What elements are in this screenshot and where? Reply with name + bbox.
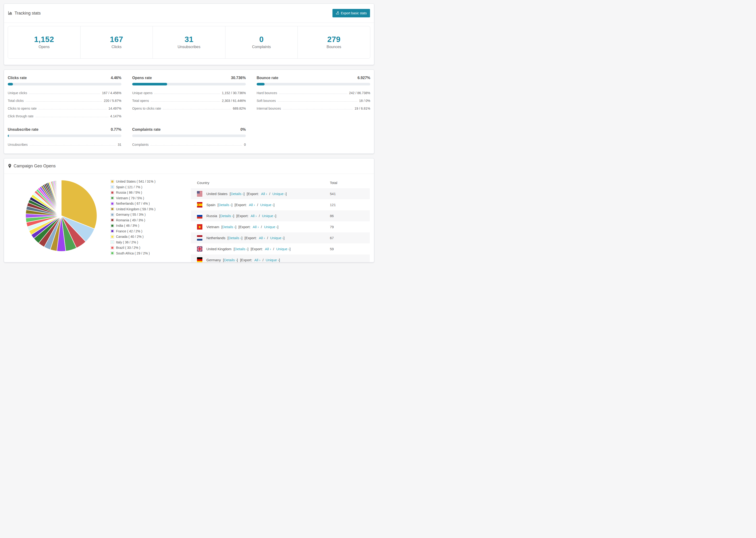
country-name: Vietnam bbox=[206, 225, 219, 229]
flag-united-states-icon bbox=[197, 191, 202, 196]
unsubscribe-rate-progressbar bbox=[8, 134, 121, 137]
legend-swatch bbox=[111, 213, 114, 216]
legend-item: United States ( 541 / 31% ) bbox=[111, 180, 155, 183]
complaints-rate-section: Complaints rate 0% Complaints0 bbox=[132, 128, 246, 146]
legend-item: Brazil ( 33 / 2% ) bbox=[111, 246, 155, 249]
export-unique-link[interactable]: Unique › bbox=[266, 258, 279, 262]
bar-chart-icon bbox=[8, 11, 13, 16]
export-unique-link[interactable]: Unique › bbox=[276, 247, 290, 251]
legend-item: United Kingdom ( 59 / 3% ) bbox=[111, 207, 155, 211]
legend-item: India ( 46 / 3% ) bbox=[111, 224, 155, 228]
unsubscribe-rate-value: 0.77% bbox=[111, 128, 121, 132]
bounces-count: 279 bbox=[298, 35, 370, 44]
legend-item: Vietnam ( 79 / 5% ) bbox=[111, 196, 155, 200]
bounce-rate-progressbar bbox=[257, 83, 370, 85]
bounce-rate-value: 6.927% bbox=[357, 76, 370, 80]
details-link[interactable]: Details › bbox=[222, 225, 235, 229]
export-all-link[interactable]: All › bbox=[250, 214, 257, 218]
country-total: 67 bbox=[330, 236, 370, 240]
details-link[interactable]: Details › bbox=[231, 192, 243, 196]
geo-pie-chart[interactable] bbox=[24, 179, 98, 253]
legend-swatch bbox=[111, 241, 114, 243]
opens-rate-value: 30.736% bbox=[231, 76, 246, 80]
stat-complaints: 0 Complaints bbox=[225, 26, 298, 58]
export-all-link[interactable]: All › bbox=[249, 203, 255, 207]
export-all-link[interactable]: All › bbox=[259, 236, 265, 240]
details-link[interactable]: Details › bbox=[219, 203, 232, 207]
legend-swatch bbox=[111, 235, 114, 238]
legend-swatch bbox=[111, 180, 114, 183]
export-unique-link[interactable]: Unique › bbox=[270, 236, 284, 240]
stat-opens: 1,152 Opens bbox=[8, 26, 81, 58]
legend-swatch bbox=[111, 252, 114, 255]
export-unique-link[interactable]: Unique › bbox=[262, 214, 275, 218]
flag-vietnam-icon bbox=[197, 224, 202, 230]
export-unique-link[interactable]: Unique › bbox=[260, 203, 274, 207]
tracking-stats-card: Tracking stats Export basic stats 1,152 … bbox=[4, 4, 374, 65]
table-row-united-kingdom: United Kingdom [Details ›] [Export: All … bbox=[191, 243, 370, 254]
country-total: 86 bbox=[330, 214, 370, 218]
complaints-rate-progressbar bbox=[132, 134, 246, 137]
legend-swatch bbox=[111, 230, 114, 233]
export-all-link[interactable]: All › bbox=[253, 225, 259, 229]
legend-swatch bbox=[111, 202, 114, 205]
column-header-total: Total bbox=[330, 181, 370, 185]
legend-item: Germany ( 55 / 3% ) bbox=[111, 213, 155, 216]
legend-swatch bbox=[111, 246, 114, 249]
country-name: Russia bbox=[206, 214, 217, 218]
export-all-link[interactable]: All › bbox=[265, 247, 271, 251]
country-total: 121 bbox=[330, 203, 370, 207]
clicks-rate-value: 4.46% bbox=[111, 76, 121, 80]
details-link[interactable]: Details › bbox=[224, 258, 237, 262]
clicks-rate-section: Clicks rate 4.46% Unique clicks167 / 4.4… bbox=[8, 76, 121, 118]
details-link[interactable]: Details › bbox=[229, 236, 242, 240]
geo-opens-card: Campaign Geo Opens United States ( 541 /… bbox=[4, 158, 374, 262]
country-total: 79 bbox=[330, 225, 370, 229]
export-all-link[interactable]: All › bbox=[261, 192, 267, 196]
rates-card: Clicks rate 4.46% Unique clicks167 / 4.4… bbox=[4, 70, 374, 154]
legend-item: France ( 42 / 2% ) bbox=[111, 229, 155, 233]
complaints-rate-value: 0% bbox=[241, 128, 246, 132]
column-header-country: Country bbox=[197, 181, 330, 185]
stat-clicks: 167 Clicks bbox=[81, 26, 153, 58]
country-name: Germany bbox=[206, 258, 221, 262]
clicks-rate-progressbar bbox=[8, 83, 121, 85]
legend-swatch bbox=[111, 196, 114, 199]
country-name: Netherlands bbox=[206, 236, 225, 240]
complaints-count: 0 bbox=[225, 35, 298, 44]
summary-stats-row: 1,152 Opens 167 Clicks 31 Unsubscribes 0… bbox=[8, 26, 370, 59]
details-link[interactable]: Details › bbox=[220, 214, 233, 218]
table-row-germany: Germany [Details ›] [Export: All › / Uni… bbox=[191, 254, 370, 262]
stat-bounces: 279 Bounces bbox=[298, 26, 370, 58]
legend-item: South Africa ( 29 / 2% ) bbox=[111, 251, 155, 255]
flag-russia-icon bbox=[197, 213, 202, 219]
export-basic-stats-button[interactable]: Export basic stats bbox=[333, 9, 370, 17]
flag-spain-icon bbox=[197, 202, 202, 207]
country-name: Spain bbox=[206, 203, 215, 207]
country-total: 541 bbox=[330, 192, 370, 196]
page-title: Tracking stats bbox=[15, 11, 41, 16]
geo-opens-header: Campaign Geo Opens bbox=[4, 158, 374, 174]
table-row-spain: Spain [Details ›] [Export: All › / Uniqu… bbox=[191, 199, 370, 210]
opens-rate-section: Opens rate 30.736% Unique opens1,152 / 3… bbox=[132, 76, 246, 118]
map-pin-icon bbox=[8, 164, 12, 168]
geo-country-table: Country Total United States [Details ›] … bbox=[191, 177, 370, 262]
tracking-stats-title: Tracking stats bbox=[8, 11, 41, 16]
legend-item: Romania ( 49 / 3% ) bbox=[111, 218, 155, 222]
table-row-united-states: United States [Details ›] [Export: All ›… bbox=[191, 188, 370, 199]
tracking-stats-header: Tracking stats Export basic stats bbox=[4, 4, 374, 23]
export-all-link[interactable]: All › bbox=[254, 258, 260, 262]
legend-swatch bbox=[111, 219, 114, 222]
table-row-netherlands: Netherlands [Details ›] [Export: All › /… bbox=[191, 232, 370, 243]
export-unique-link[interactable]: Unique › bbox=[264, 225, 278, 229]
legend-item: Italy ( 36 / 2% ) bbox=[111, 241, 155, 244]
legend-swatch bbox=[111, 207, 114, 211]
export-icon bbox=[336, 11, 339, 15]
flag-germany-icon bbox=[197, 257, 202, 262]
geo-legend: United States ( 541 / 31% ) Spain ( 121 … bbox=[111, 180, 155, 257]
details-link[interactable]: Details › bbox=[235, 247, 247, 251]
legend-item: Spain ( 121 / 7% ) bbox=[111, 185, 155, 189]
legend-item: Canada ( 40 / 2% ) bbox=[111, 235, 155, 239]
export-unique-link[interactable]: Unique › bbox=[272, 192, 286, 196]
opens-count: 1,152 bbox=[8, 35, 80, 44]
